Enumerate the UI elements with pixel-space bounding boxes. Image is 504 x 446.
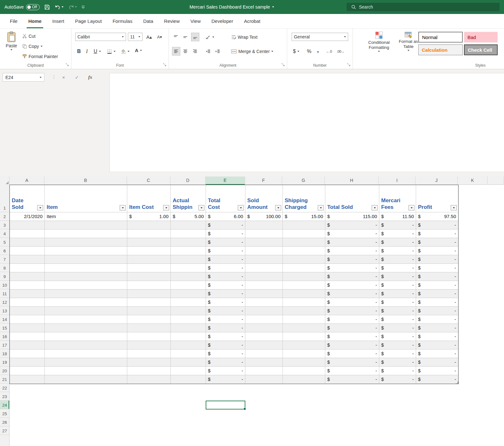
cell-I12[interactable]: $-	[379, 298, 416, 307]
column-header-C[interactable]: C	[127, 176, 170, 185]
cell-C2[interactable]: $1.00	[127, 212, 171, 221]
cell-E7[interactable]: $-	[206, 255, 245, 264]
cell-D8[interactable]	[171, 264, 206, 272]
cell-D21[interactable]	[171, 375, 206, 384]
row-header-27[interactable]: 27	[0, 426, 9, 435]
cell-H16[interactable]: $-	[325, 332, 379, 341]
enter-button[interactable]: ✓	[75, 73, 79, 82]
cell-style-normal[interactable]: Normal	[418, 32, 463, 43]
cell-A10[interactable]	[10, 281, 45, 290]
cell-D13[interactable]	[171, 307, 206, 315]
cell-I14[interactable]: $-	[379, 315, 416, 324]
cell-E21[interactable]: $-	[206, 375, 245, 384]
cell-B8[interactable]	[45, 264, 127, 272]
number-format-select[interactable]: General	[292, 33, 348, 41]
cell-F19[interactable]	[245, 358, 283, 367]
tab-developer[interactable]: Developer	[206, 14, 238, 28]
cell-E16[interactable]: $-	[206, 332, 245, 341]
wrap-text-button[interactable]: Wrap Text	[230, 33, 259, 41]
cell-H12[interactable]: $-	[325, 298, 379, 307]
cell-C13[interactable]	[127, 307, 171, 315]
cell-H2[interactable]: $115.00	[325, 212, 379, 221]
filter-button-C[interactable]	[163, 205, 169, 210]
cell-C7[interactable]	[127, 255, 171, 264]
cell-H15[interactable]: $-	[325, 324, 379, 332]
cell-F6[interactable]	[245, 247, 283, 255]
cell-J11[interactable]: $-	[416, 290, 458, 298]
cell-H13[interactable]: $-	[325, 307, 379, 315]
header-cell-A1[interactable]: DateSold	[10, 185, 45, 212]
cell-A17[interactable]	[10, 341, 45, 349]
cell-B20[interactable]	[45, 367, 127, 375]
cell-B6[interactable]	[45, 247, 127, 255]
cell-B5[interactable]	[45, 238, 127, 247]
cell-C15[interactable]	[127, 324, 171, 332]
row-header-23[interactable]: 23	[0, 392, 9, 401]
cut-button[interactable]: Cut	[21, 32, 37, 40]
row-header-11[interactable]: 11	[0, 289, 9, 298]
cell-G14[interactable]	[283, 315, 325, 324]
cell-F3[interactable]	[245, 221, 283, 230]
decrease-indent-button[interactable]	[204, 47, 212, 56]
tab-acrobat[interactable]: Acrobat	[239, 14, 266, 28]
cell-B17[interactable]	[45, 341, 127, 349]
cell-H11[interactable]: $-	[325, 290, 379, 298]
cell-I6[interactable]: $-	[379, 247, 416, 255]
copy-button[interactable]: Copy	[21, 42, 44, 50]
cell-B7[interactable]	[45, 255, 127, 264]
cell-J13[interactable]: $-	[416, 307, 458, 315]
insert-function-button[interactable]: fx	[88, 73, 92, 82]
cell-J10[interactable]: $-	[416, 281, 458, 290]
font-size-select[interactable]: 11	[128, 33, 143, 41]
cell-C3[interactable]	[127, 221, 171, 230]
tab-view[interactable]: View	[185, 14, 206, 28]
cell-E5[interactable]: $-	[206, 238, 245, 247]
font-color-button[interactable]: A	[134, 46, 143, 55]
cell-B3[interactable]	[45, 221, 127, 230]
cell-C4[interactable]	[127, 230, 171, 238]
cell-F8[interactable]	[245, 264, 283, 272]
cell-G12[interactable]	[283, 298, 325, 307]
cell-D2[interactable]: $5.00	[171, 212, 206, 221]
cell-C11[interactable]	[127, 290, 171, 298]
row-header-26[interactable]: 26	[0, 418, 9, 426]
cell-E4[interactable]: $-	[206, 230, 245, 238]
cell-F11[interactable]	[245, 290, 283, 298]
cell-D9[interactable]	[171, 272, 206, 281]
decrease-decimal-button[interactable]: .00→	[335, 47, 346, 56]
row-header-12[interactable]: 12	[0, 298, 9, 306]
paste-button[interactable]: Paste	[3, 30, 20, 50]
cell-D17[interactable]	[171, 341, 206, 349]
cell-G16[interactable]	[283, 332, 325, 341]
cell-style-check-cell[interactable]: Check Cell	[464, 44, 498, 55]
cell-A21[interactable]	[10, 375, 45, 384]
cell-J21[interactable]: $-	[416, 375, 458, 384]
row-header-3[interactable]: 3	[0, 221, 9, 229]
filter-button-I[interactable]	[408, 205, 414, 210]
cell-E12[interactable]: $-	[206, 298, 245, 307]
cell-G2[interactable]: $15.00	[283, 212, 325, 221]
filter-button-A[interactable]	[37, 205, 43, 210]
accounting-format-button[interactable]: $	[292, 47, 301, 56]
cell-G8[interactable]	[283, 264, 325, 272]
header-cell-G1[interactable]: ShippingCharged	[283, 185, 325, 212]
cell-J15[interactable]: $-	[416, 324, 458, 332]
cell-J19[interactable]: $-	[416, 358, 458, 367]
cell-E6[interactable]: $-	[206, 247, 245, 255]
cell-A16[interactable]	[10, 332, 45, 341]
cell-B14[interactable]	[45, 315, 127, 324]
row-header-21[interactable]: 21	[0, 375, 9, 383]
cell-I13[interactable]: $-	[379, 307, 416, 315]
cell-F9[interactable]	[245, 272, 283, 281]
cell-A20[interactable]	[10, 367, 45, 375]
cell-F15[interactable]	[245, 324, 283, 332]
cell-D10[interactable]	[171, 281, 206, 290]
bold-button[interactable]: B	[76, 47, 82, 56]
filter-button-E[interactable]	[238, 205, 244, 210]
tab-home[interactable]: Home	[23, 14, 47, 28]
tab-data[interactable]: Data	[138, 14, 159, 28]
row-header-1[interactable]: 1	[0, 185, 9, 212]
cell-E17[interactable]: $-	[206, 341, 245, 349]
cell-J9[interactable]: $-	[416, 272, 458, 281]
number-dialog-launcher[interactable]	[347, 63, 351, 67]
